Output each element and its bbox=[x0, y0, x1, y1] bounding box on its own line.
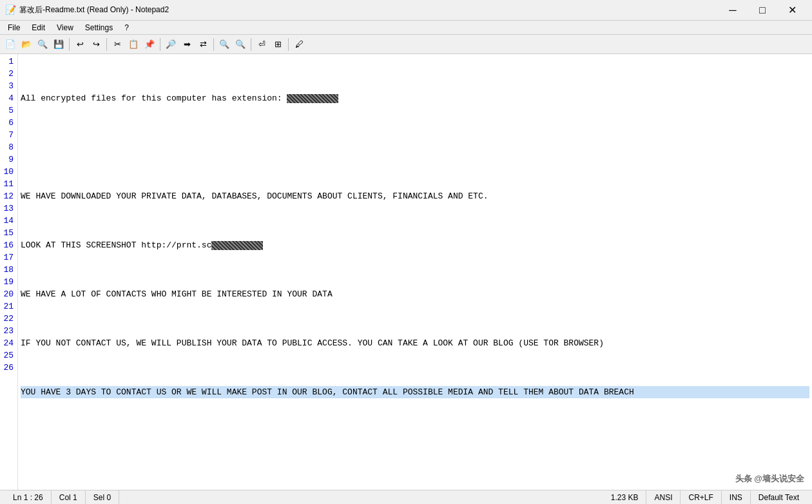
line-num-11: 11 bbox=[3, 178, 14, 190]
menu-bar: File Edit View Settings ? bbox=[0, 21, 812, 35]
line-num-25: 25 bbox=[3, 349, 14, 362]
title-bar-left: 📝 篡改后-Readme.txt (Read Only) - Notepad2 bbox=[5, 5, 169, 15]
redacted-1 bbox=[287, 94, 338, 103]
toolbar-wrap[interactable]: ⏎ bbox=[254, 37, 269, 52]
toolbar-sep5 bbox=[251, 38, 251, 51]
line-num-5: 5 bbox=[3, 104, 14, 117]
line-num-13: 13 bbox=[3, 202, 14, 215]
toolbar-sep6 bbox=[288, 38, 289, 51]
text-line-6: IF YOU NOT CONTACT US, WE WILL PUBLISH Y… bbox=[21, 337, 809, 349]
toolbar-open[interactable]: 📂 bbox=[19, 37, 34, 52]
toolbar-copy[interactable]: 📋 bbox=[126, 37, 141, 52]
status-ins: INS bbox=[722, 490, 751, 504]
toolbar-misc[interactable]: 🖊 bbox=[291, 37, 307, 52]
toolbar-sep1 bbox=[69, 38, 70, 51]
toolbar: 📄 📂 🔍 💾 ↩ ↪ ✂ 📋 📌 🔎 ➡ ⇄ 🔍 🔍 ⏎ ⊞ 🖊 bbox=[0, 35, 812, 54]
line-num-2: 2 bbox=[3, 68, 14, 80]
toolbar-undo[interactable]: ↩ bbox=[72, 37, 88, 52]
editor-content: 1 2 3 4 5 6 7 8 9 10 11 12 13 14 15 16 1… bbox=[0, 54, 812, 490]
app-icon: 📝 bbox=[5, 5, 15, 15]
toolbar-extra[interactable]: ⊞ bbox=[270, 37, 285, 52]
toolbar-zoom-in[interactable]: 🔍 bbox=[217, 37, 232, 52]
menu-view[interactable]: View bbox=[52, 22, 79, 34]
editor-area[interactable]: 1 2 3 4 5 6 7 8 9 10 11 12 13 14 15 16 1… bbox=[0, 54, 812, 490]
line-num-7: 7 bbox=[3, 129, 14, 141]
line-num-24: 24 bbox=[3, 337, 14, 349]
title-bar: 📝 篡改后-Readme.txt (Read Only) - Notepad2 … bbox=[0, 0, 812, 21]
line-num-6: 6 bbox=[3, 117, 14, 129]
toolbar-sep3 bbox=[160, 38, 160, 51]
status-sel: Sel 0 bbox=[86, 490, 119, 504]
toolbar-sep4 bbox=[213, 38, 214, 51]
toolbar-save[interactable]: 💾 bbox=[51, 37, 66, 52]
status-col: Col 1 bbox=[52, 490, 86, 504]
line-num-17: 17 bbox=[3, 251, 14, 264]
menu-file[interactable]: File bbox=[3, 22, 25, 34]
toolbar-search2[interactable]: 🔍 bbox=[35, 37, 50, 52]
text-line-5: WE HAVE A LOT OF CONTACTS WHO MIGHT BE I… bbox=[21, 288, 809, 300]
line-num-18: 18 bbox=[3, 264, 14, 276]
minimize-button[interactable]: ─ bbox=[718, 1, 748, 19]
window-controls: ─ □ ✕ bbox=[718, 1, 807, 19]
toolbar-redo[interactable]: ↪ bbox=[88, 37, 104, 52]
status-encoding: ANSI bbox=[646, 490, 681, 504]
text-content[interactable]: All encrypted files for this computer ha… bbox=[18, 54, 812, 490]
toolbar-find[interactable]: 🔎 bbox=[163, 37, 179, 52]
watermark: 头条 @墙头说安全 bbox=[735, 473, 804, 485]
status-mode: Default Text bbox=[751, 490, 807, 504]
line-num-15: 15 bbox=[3, 227, 14, 239]
toolbar-find-next[interactable]: ➡ bbox=[179, 37, 195, 52]
text-line-7: YOU HAVE 3 DAYS TO CONTACT US OR WE WILL… bbox=[21, 386, 809, 398]
toolbar-new[interactable]: 📄 bbox=[3, 37, 18, 52]
window-title: 篡改后-Readme.txt (Read Only) - Notepad2 bbox=[19, 5, 169, 15]
text-line-4: LOOK AT THIS SCREENSHOT http://prnt.sc bbox=[21, 239, 809, 251]
line-num-16: 16 bbox=[3, 239, 14, 251]
toolbar-cut[interactable]: ✂ bbox=[110, 37, 125, 52]
line-num-21: 21 bbox=[3, 300, 14, 313]
text-line-9: -- bbox=[21, 484, 809, 490]
maximize-button[interactable]: □ bbox=[748, 1, 777, 19]
toolbar-replace[interactable]: ⇄ bbox=[195, 37, 211, 52]
line-num-19: 19 bbox=[3, 276, 14, 288]
text-line-8 bbox=[21, 435, 809, 447]
toolbar-sep2 bbox=[106, 38, 107, 51]
line-num-26: 26 bbox=[3, 362, 14, 374]
line-num-20: 20 bbox=[3, 288, 14, 300]
menu-help[interactable]: ? bbox=[119, 22, 134, 34]
line-num-8: 8 bbox=[3, 141, 14, 153]
menu-settings[interactable]: Settings bbox=[80, 22, 118, 34]
text-line-1: All encrypted files for this computer ha… bbox=[21, 92, 809, 104]
line-num-14: 14 bbox=[3, 215, 14, 227]
redacted-4 bbox=[211, 241, 263, 250]
line-num-22: 22 bbox=[3, 313, 14, 325]
status-position: Ln 1 : 26 bbox=[5, 490, 52, 504]
menu-edit[interactable]: Edit bbox=[26, 22, 50, 34]
toolbar-paste[interactable]: 📌 bbox=[142, 37, 157, 52]
status-lineending: CR+LF bbox=[681, 490, 721, 504]
line-num-10: 10 bbox=[3, 166, 14, 178]
line-num-23: 23 bbox=[3, 325, 14, 337]
line-num-12: 12 bbox=[3, 190, 14, 202]
status-size: 1.23 KB bbox=[603, 490, 647, 504]
line-num-4: 4 bbox=[3, 92, 14, 104]
line-num-3: 3 bbox=[3, 80, 14, 92]
text-line-3: WE HAVE DOWNLOADED YOUR PRIVATE DATA, DA… bbox=[21, 190, 809, 202]
line-num-9: 9 bbox=[3, 153, 14, 166]
line-numbers: 1 2 3 4 5 6 7 8 9 10 11 12 13 14 15 16 1… bbox=[0, 54, 18, 490]
text-line-2 bbox=[21, 141, 809, 153]
status-bar: Ln 1 : 26 Col 1 Sel 0 1.23 KB ANSI CR+LF… bbox=[0, 490, 812, 504]
line-num-1: 1 bbox=[3, 55, 14, 68]
close-button[interactable]: ✕ bbox=[777, 1, 807, 19]
toolbar-zoom-out[interactable]: 🔍 bbox=[233, 37, 248, 52]
